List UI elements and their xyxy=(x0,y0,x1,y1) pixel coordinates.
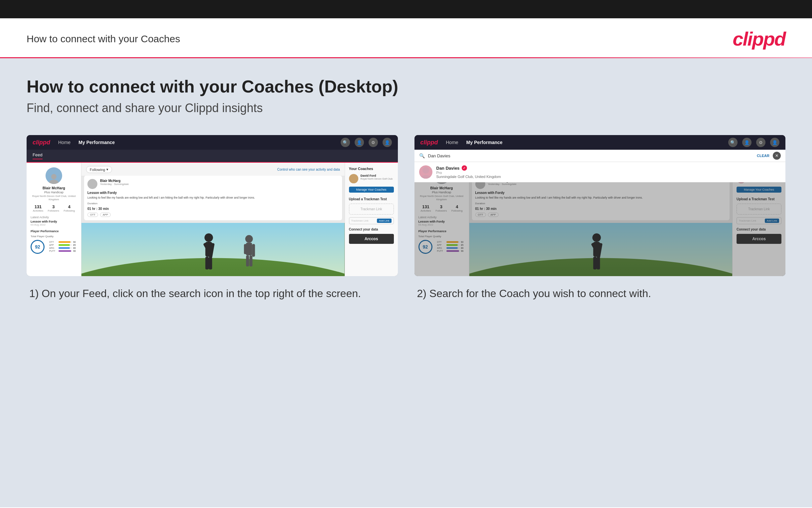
mock-nav-2: clippd Home My Performance 🔍 👤 ⚙ 👤 xyxy=(415,135,786,150)
post-tags: OTT APP xyxy=(87,213,339,217)
step2-desc: 2) Search for the Coach you wish to conn… xyxy=(415,286,786,301)
search-result-club: Sunningdale Golf Club, United Kingdom xyxy=(436,175,501,179)
profile-club-1: Royal North Devon Golf Club, United King… xyxy=(31,195,77,202)
search-magnifier-icon: 🔍 xyxy=(419,153,425,158)
trackman-input-1[interactable]: Trackman Link Add Link xyxy=(349,217,394,224)
settings-icon-2[interactable]: ⚙ xyxy=(756,138,765,147)
mock-coaches-panel-1: Your Coaches David Ford Royal North Devo… xyxy=(345,163,398,276)
svg-point-25 xyxy=(476,186,484,189)
clippd-logo: clippd xyxy=(732,28,785,50)
svg-point-20 xyxy=(423,167,429,174)
search-input[interactable]: Dan Davies xyxy=(428,153,754,158)
profile-club-2: Royal North Devon Golf Club, United King… xyxy=(419,195,465,202)
svg-point-6 xyxy=(204,233,213,242)
mock-nav-1: clippd Home My Performance 🔍 👤 ⚙ 👤 xyxy=(27,135,398,150)
arccos-1[interactable]: Arccos xyxy=(349,234,394,244)
avatar-icon[interactable]: 👤 xyxy=(383,138,392,147)
svg-rect-32 xyxy=(593,257,596,269)
svg-point-12 xyxy=(245,235,253,243)
avatar-icon-2[interactable]: 👤 xyxy=(770,138,779,147)
header: How to connect with your Coaches clippd xyxy=(0,18,812,57)
golf-photo-1 xyxy=(82,223,345,276)
search-result-role: Pro xyxy=(436,171,501,175)
control-link[interactable]: Control who can see your activity and da… xyxy=(277,168,340,171)
screenshots-row: clippd Home My Performance 🔍 👤 ⚙ 👤 Feed xyxy=(27,135,785,301)
svg-rect-11 xyxy=(209,257,212,269)
svg-point-3 xyxy=(88,186,96,189)
main-subheading: Find, connect and share your Clippd insi… xyxy=(27,101,785,115)
stat-activities: 131 xyxy=(33,204,44,209)
verified-badge: ✓ xyxy=(462,165,467,171)
screenshot-col-2: clippd Home My Performance 🔍 👤 ⚙ 👤 🔍 Dan… xyxy=(415,135,786,301)
screenshot-frame-2: clippd Home My Performance 🔍 👤 ⚙ 👤 🔍 Dan… xyxy=(415,135,786,276)
mock-logo-2: clippd xyxy=(421,139,438,146)
mock-feed-center-1: Following ▾ Control who can see your act… xyxy=(82,163,345,276)
connect-title-1: Connect your data xyxy=(349,227,394,231)
svg-rect-17 xyxy=(250,255,253,266)
profile-handicap-2: Plus Handicap xyxy=(419,190,465,194)
svg-rect-10 xyxy=(205,257,209,269)
search-result-name: Dan Davies ✓ xyxy=(436,165,501,171)
svg-rect-13 xyxy=(246,243,252,255)
screenshot-frame-1: clippd Home My Performance 🔍 👤 ⚙ 👤 Feed xyxy=(27,135,398,276)
post-author: Blair McHarg xyxy=(100,179,129,183)
profile-name-2: Blair McHarg xyxy=(419,186,465,190)
mock-nav-home[interactable]: Home xyxy=(58,140,70,145)
page-title: How to connect with your Coaches xyxy=(27,33,180,45)
trackman-box-1: Trackman Link xyxy=(349,204,394,215)
mock-nav-performance[interactable]: My Performance xyxy=(79,140,115,145)
score-circle-1: 92 xyxy=(31,240,45,254)
search-icon[interactable]: 🔍 xyxy=(341,138,350,147)
mock-nav-home-2[interactable]: Home xyxy=(446,140,458,145)
coach-avatar-1 xyxy=(349,174,358,183)
performance-bars-1: OTT90 APP85 ARG86 PUTT96 xyxy=(49,241,76,253)
search-clear-btn[interactable]: CLEAR xyxy=(757,154,769,158)
mock-body-1: Blair McHarg Plus Handicap Royal North D… xyxy=(27,163,398,276)
feed-tab-label[interactable]: Feed xyxy=(33,153,43,159)
svg-point-19 xyxy=(350,180,357,183)
search-icon-2[interactable]: 🔍 xyxy=(728,138,737,147)
search-bar: 🔍 Dan Davies CLEAR ✕ xyxy=(415,150,786,162)
mock-feed-tab-1: Feed xyxy=(27,150,398,163)
coaches-title-1: Your Coaches xyxy=(349,167,394,171)
profile-handicap-1: Plus Handicap xyxy=(31,190,77,194)
search-close-btn[interactable]: ✕ xyxy=(773,152,781,160)
svg-rect-14 xyxy=(244,244,247,254)
coach-club-1: Royal North Devon Golf Club xyxy=(361,177,393,180)
post-avatar-1 xyxy=(87,179,97,189)
svg-rect-33 xyxy=(596,257,600,269)
main-content: How to connect with your Coaches (Deskto… xyxy=(0,58,812,507)
latest-activity-title: Lesson with Fordy xyxy=(31,220,77,223)
manage-coaches-btn-1[interactable]: Manage Your Coaches xyxy=(349,186,394,193)
profile-stats-1: 131Activities 3Followers 4Following xyxy=(31,204,77,212)
user-icon[interactable]: 👤 xyxy=(355,138,364,147)
svg-rect-15 xyxy=(252,244,255,256)
mock-nav-icons: 🔍 👤 ⚙ 👤 xyxy=(341,138,392,147)
profile-name-1: Blair McHarg xyxy=(31,186,77,190)
mock-nav-icons-2: 🔍 👤 ⚙ 👤 xyxy=(728,138,779,147)
svg-point-0 xyxy=(51,174,56,179)
post-title: Lesson with Fordy xyxy=(87,191,339,195)
coach-item-1: David Ford Royal North Devon Golf Club xyxy=(349,174,394,183)
following-button[interactable]: Following ▾ xyxy=(86,166,112,173)
svg-point-28 xyxy=(592,233,601,242)
svg-point-18 xyxy=(351,175,356,180)
following-row: Following ▾ Control who can see your act… xyxy=(82,163,345,176)
settings-icon[interactable]: ⚙ xyxy=(369,138,378,147)
svg-point-21 xyxy=(421,175,431,179)
post-duration-value: 01 hr : 30 min xyxy=(87,207,339,211)
svg-rect-16 xyxy=(246,255,249,266)
mock-nav-performance-2[interactable]: My Performance xyxy=(466,140,503,145)
post-author-sub: Yesterday · Sunningdale xyxy=(100,183,129,186)
search-result-avatar xyxy=(419,165,432,179)
add-link-btn[interactable]: Add Link xyxy=(377,219,391,223)
upload-title-1: Upload a Trackman Test xyxy=(349,197,394,201)
user-icon-2[interactable]: 👤 xyxy=(742,138,752,147)
search-result-item[interactable]: Dan Davies ✓ Pro Sunningdale Golf Club, … xyxy=(415,162,786,182)
profile-avatar-1 xyxy=(46,167,62,184)
screenshot-col-1: clippd Home My Performance 🔍 👤 ⚙ 👤 Feed xyxy=(27,135,398,301)
top-bar xyxy=(0,0,812,18)
step1-desc: 1) On your Feed, click on the search ico… xyxy=(27,286,398,301)
svg-point-2 xyxy=(90,180,95,185)
profile-stats-2: 131Activities 3Followers 4Following xyxy=(419,204,465,212)
